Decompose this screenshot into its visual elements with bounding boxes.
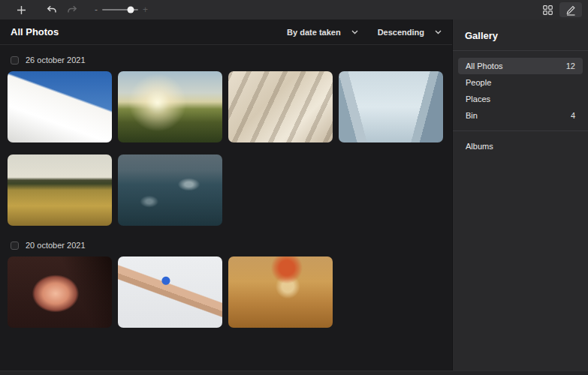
zoom-in-button[interactable]: + — [143, 5, 148, 14]
photo-thumbnail[interactable] — [339, 71, 443, 142]
photo-thumbnail[interactable] — [228, 71, 333, 142]
toolbar-right-group — [538, 2, 582, 17]
grid-view-button[interactable] — [538, 2, 556, 17]
photo-gallery-window: - + — [0, 0, 588, 375]
zoom-slider: - + — [95, 5, 148, 14]
photo-thumbnail[interactable] — [118, 71, 222, 142]
date-label: 26 october 2021 — [26, 56, 86, 64]
photo-thumbnail[interactable] — [8, 256, 112, 328]
window-body: All Photos By date taken Descending — [0, 20, 588, 370]
date-section-header: 26 october 2021 — [8, 52, 445, 71]
photo-thumbnail[interactable] — [118, 256, 222, 328]
plus-icon — [17, 5, 26, 15]
top-toolbar: - + — [0, 0, 588, 20]
undo-button[interactable] — [42, 2, 60, 17]
sidebar-item-bin[interactable]: Bin 4 — [458, 107, 583, 124]
sort-by-dropdown[interactable]: By date taken — [287, 28, 358, 37]
gallery-sidebar: Gallery All Photos 12 People Places Bin … — [452, 20, 588, 370]
sidebar-item-label: Places — [466, 94, 490, 104]
edit-button[interactable] — [559, 2, 582, 17]
sidebar-item-all-photos[interactable]: All Photos 12 — [458, 58, 583, 74]
sidebar-item-places[interactable]: Places — [458, 91, 583, 107]
sidebar-item-count: 12 — [566, 62, 575, 70]
sidebar-title: Gallery — [453, 20, 588, 50]
undo-icon — [46, 5, 57, 15]
redo-button[interactable] — [63, 2, 81, 17]
zoom-slider-track[interactable] — [102, 9, 138, 10]
pencil-icon — [565, 4, 576, 16]
photo-grid-20-october — [8, 256, 443, 328]
grid-icon — [543, 5, 553, 15]
photo-thumbnail[interactable] — [118, 154, 222, 226]
page-title: All Photos — [11, 26, 59, 38]
sort-order-label: Descending — [378, 28, 424, 37]
photo-content: 26 october 2021 20 october 2021 — [0, 45, 452, 340]
redo-icon — [67, 5, 78, 15]
sort-order-dropdown[interactable]: Descending — [378, 28, 442, 37]
sort-controls: By date taken Descending — [287, 28, 442, 37]
photo-thumbnail[interactable] — [8, 71, 112, 142]
chevron-down-icon — [351, 30, 358, 34]
sidebar-list: All Photos 12 People Places Bin 4 — [453, 51, 588, 130]
main-header: All Photos By date taken Descending — [0, 20, 452, 45]
date-checkbox[interactable] — [11, 242, 19, 250]
date-section-header: 20 october 2021 — [8, 238, 445, 256]
window-bottom-edge — [0, 370, 588, 375]
photo-grid-26-october — [8, 71, 443, 226]
date-label: 20 october 2021 — [26, 241, 86, 250]
sidebar-item-label: All Photos — [466, 62, 503, 70]
sidebar-item-label: Bin — [466, 111, 478, 120]
sidebar-item-people[interactable]: People — [458, 74, 583, 91]
sort-by-label: By date taken — [287, 28, 341, 37]
main-panel: All Photos By date taken Descending — [0, 20, 452, 370]
sidebar-item-count: 4 — [571, 111, 575, 120]
photo-thumbnail[interactable] — [228, 256, 333, 328]
sidebar-item-label: People — [466, 78, 491, 87]
zoom-slider-thumb[interactable] — [127, 7, 134, 14]
date-checkbox[interactable] — [11, 56, 19, 64]
sidebar-item-albums[interactable]: Albums — [453, 131, 588, 161]
zoom-out-button[interactable]: - — [95, 5, 98, 14]
chevron-down-icon — [435, 30, 442, 34]
add-button[interactable] — [12, 2, 30, 17]
photo-thumbnail[interactable] — [8, 154, 112, 226]
